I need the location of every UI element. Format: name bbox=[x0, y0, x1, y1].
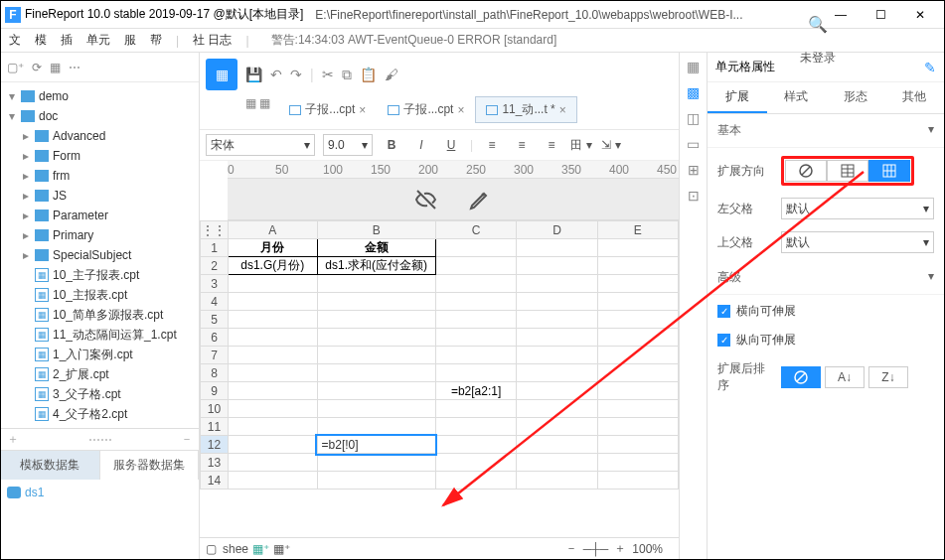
tree-item[interactable]: ▦10_简单多源报表.cpt bbox=[1, 305, 199, 325]
cell-C7[interactable] bbox=[435, 347, 517, 364]
cell-B14[interactable] bbox=[317, 472, 435, 490]
cell-B8[interactable] bbox=[317, 364, 435, 382]
vbar-block-icon[interactable]: ▩ bbox=[687, 84, 700, 100]
panel-edit-icon[interactable]: ✎ bbox=[924, 60, 936, 75]
cell-A7[interactable] bbox=[228, 347, 317, 364]
zoom-out-icon[interactable]: － bbox=[565, 540, 577, 557]
cell-C5[interactable] bbox=[435, 311, 517, 329]
cell-B7[interactable] bbox=[317, 347, 435, 364]
new-icon[interactable]: ▢⁺ bbox=[7, 61, 24, 74]
borders-icon[interactable]: 田 ▾ bbox=[570, 134, 592, 156]
more-icon[interactable]: ⋯ bbox=[69, 61, 80, 74]
cell-C3[interactable] bbox=[435, 275, 517, 293]
size-select[interactable]: 9.0▾ bbox=[323, 134, 373, 156]
tree-item[interactable]: ▦1_入门案例.cpt bbox=[1, 345, 199, 364]
ptab-shape[interactable]: 形态 bbox=[826, 82, 885, 113]
tab-close-icon[interactable]: × bbox=[457, 103, 464, 117]
sheet-nav-icon[interactable]: ▢ bbox=[206, 542, 217, 556]
tree-item[interactable]: ▾demo bbox=[1, 86, 199, 106]
vbar-grid-icon[interactable]: ▦ bbox=[687, 59, 700, 74]
eye-off-icon[interactable] bbox=[414, 188, 438, 211]
sheet-dup-icon[interactable]: ▦⁺ bbox=[273, 542, 290, 556]
font-select[interactable]: 宋体▾ bbox=[206, 134, 315, 156]
pencil-icon[interactable] bbox=[468, 188, 492, 211]
zoom-slider[interactable]: ─┼─ bbox=[583, 542, 609, 556]
cell-A3[interactable] bbox=[228, 275, 317, 293]
cell-A11[interactable] bbox=[228, 418, 317, 436]
panel-splitter[interactable]: ＋⋯⋯－ bbox=[1, 428, 199, 450]
cell-B11[interactable] bbox=[317, 418, 435, 436]
cell-B1[interactable]: 金额 bbox=[317, 239, 435, 257]
menu-help[interactable]: 帮 bbox=[150, 32, 162, 49]
menu-insert[interactable]: 插 bbox=[61, 32, 73, 49]
ptab-style[interactable]: 样式 bbox=[767, 82, 827, 113]
cell-C11[interactable] bbox=[435, 418, 517, 436]
cell-A8[interactable] bbox=[228, 364, 317, 382]
cell-E10[interactable] bbox=[597, 400, 678, 418]
cell-E13[interactable] bbox=[597, 454, 678, 472]
ptab-expand[interactable]: 扩展 bbox=[708, 82, 767, 113]
save-icon[interactable]: 💾 bbox=[245, 67, 262, 82]
cell-E12[interactable] bbox=[597, 436, 678, 454]
cell-D3[interactable] bbox=[517, 275, 597, 293]
cell-D7[interactable] bbox=[517, 347, 597, 364]
align-right-icon[interactable]: ≡ bbox=[541, 134, 562, 156]
tree-item[interactable]: ▾doc bbox=[1, 106, 199, 126]
cell-C9[interactable]: =b2[a2:1] bbox=[435, 382, 517, 400]
section-basic[interactable]: 基本▾ bbox=[708, 114, 944, 148]
cell-C4[interactable] bbox=[435, 293, 517, 311]
tree-item[interactable]: ▸Advanced bbox=[1, 126, 199, 146]
cell-D12[interactable] bbox=[517, 436, 597, 454]
cell-E4[interactable] bbox=[597, 293, 678, 311]
tree-item[interactable]: ▸Primary bbox=[1, 225, 199, 245]
copy-icon[interactable]: ⧉ bbox=[342, 67, 352, 83]
menu-file[interactable]: 文 bbox=[9, 32, 21, 49]
cell-D2[interactable] bbox=[517, 257, 597, 275]
cell-D1[interactable] bbox=[517, 239, 597, 257]
tree-item[interactable]: ▦4_父子格2.cpt bbox=[1, 404, 199, 424]
cell-B9[interactable] bbox=[317, 382, 435, 400]
zoom-in-icon[interactable]: ＋ bbox=[614, 540, 626, 557]
cell-D5[interactable] bbox=[517, 311, 597, 329]
menu-template[interactable]: 模 bbox=[35, 32, 47, 49]
merge-icon[interactable]: ⇲ ▾ bbox=[600, 134, 622, 156]
underline-button[interactable]: U bbox=[440, 134, 462, 156]
cell-B4[interactable] bbox=[317, 293, 435, 311]
italic-button[interactable]: I bbox=[410, 134, 432, 156]
align-left-icon[interactable]: ≡ bbox=[481, 134, 503, 156]
search-icon[interactable]: 🔍 bbox=[808, 15, 828, 34]
cell-B12[interactable]: =b2[!0] bbox=[317, 436, 435, 454]
cell-B2[interactable]: ds1.求和(应付金额) bbox=[317, 257, 435, 275]
cell-A2[interactable]: ds1.G(月份) bbox=[228, 257, 317, 275]
cell-D11[interactable] bbox=[517, 418, 597, 436]
cell-C6[interactable] bbox=[435, 329, 517, 347]
cell-A14[interactable] bbox=[228, 472, 317, 490]
cell-D8[interactable] bbox=[517, 364, 597, 382]
del-ds-icon[interactable]: － bbox=[181, 431, 193, 448]
dir-horizontal[interactable] bbox=[868, 160, 910, 182]
add-ds-icon[interactable]: ＋ bbox=[7, 431, 19, 448]
cut-icon[interactable]: ✂ bbox=[322, 67, 334, 82]
cell-D13[interactable] bbox=[517, 454, 597, 472]
cell-D14[interactable] bbox=[517, 472, 597, 490]
cell-D9[interactable] bbox=[517, 382, 597, 400]
cell-A5[interactable] bbox=[228, 311, 317, 329]
cell-B3[interactable] bbox=[317, 275, 435, 293]
layout-icon[interactable]: ▦ bbox=[50, 61, 61, 74]
log-button[interactable]: 社 日志 bbox=[193, 32, 232, 49]
menu-cell[interactable]: 单元 bbox=[86, 32, 110, 49]
align-center-icon[interactable]: ≡ bbox=[511, 134, 533, 156]
cell-C13[interactable] bbox=[435, 454, 517, 472]
sort-none[interactable] bbox=[781, 366, 821, 388]
cell-D6[interactable] bbox=[517, 329, 597, 347]
up-parent-select[interactable]: 默认▾ bbox=[781, 231, 934, 253]
left-parent-select[interactable]: 默认▾ bbox=[781, 198, 934, 219]
cell-C8[interactable] bbox=[435, 364, 517, 382]
cell-C10[interactable] bbox=[435, 400, 517, 418]
file-tree[interactable]: ▾demo▾doc▸Advanced▸Form▸frm▸JS▸Parameter… bbox=[1, 82, 199, 428]
refresh-icon[interactable]: ⟳ bbox=[32, 61, 42, 74]
cell-E2[interactable] bbox=[597, 257, 678, 275]
tree-item[interactable]: ▦10_主报表.cpt bbox=[1, 285, 199, 305]
dir-none[interactable] bbox=[785, 160, 827, 182]
report-mode-icon[interactable]: ▦ bbox=[206, 59, 237, 90]
